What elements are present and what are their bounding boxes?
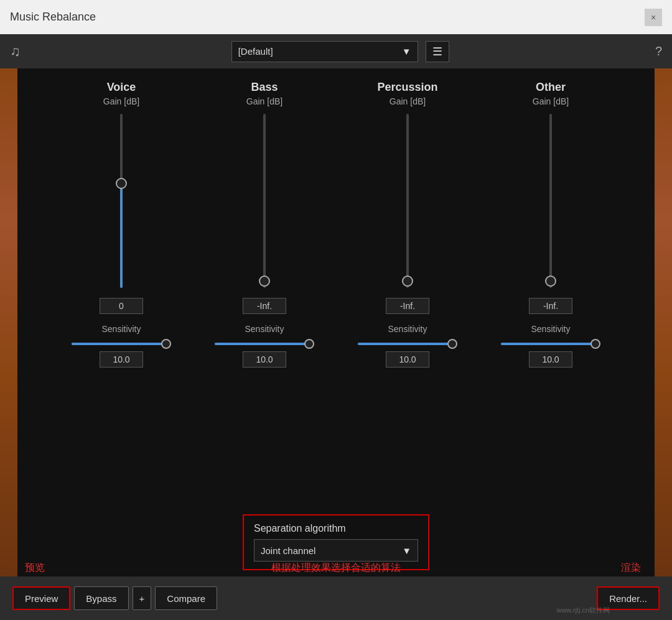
- voice-sensitivity-slider[interactable]: [72, 339, 171, 349]
- logo-icon: ♫: [10, 44, 21, 60]
- other-channel: Other Gain [dB] -Inf. Sensitivity 10.0: [479, 81, 622, 497]
- voice-gain-label: Gain [dB]: [103, 96, 139, 106]
- other-sensitivity-label: Sensitivity: [531, 324, 570, 334]
- title-bar: Music Rebalance ×: [0, 0, 672, 34]
- close-button[interactable]: ×: [645, 9, 662, 26]
- other-channel-name: Other: [536, 81, 566, 94]
- preset-dropdown[interactable]: [Default] ▼: [231, 41, 418, 62]
- voice-sensitivity-label: Sensitivity: [101, 324, 141, 334]
- compare-button[interactable]: Compare: [155, 586, 217, 610]
- bass-sensitivity-value[interactable]: 10.0: [243, 351, 286, 368]
- voice-channel-name: Voice: [107, 81, 136, 94]
- watermark: www.rjtj.cn软件网: [556, 606, 610, 615]
- voice-gain-value[interactable]: 0: [100, 298, 143, 314]
- bypass-button[interactable]: Bypass: [74, 586, 128, 610]
- percussion-gain-slider[interactable]: [406, 114, 409, 288]
- main-content: Voice Gain [dB] 0 Sensitivity 10.0: [17, 68, 655, 576]
- other-gain-slider[interactable]: [549, 114, 552, 288]
- hint-preview: 预览: [17, 562, 45, 575]
- other-sensitivity-slider[interactable]: [501, 339, 600, 349]
- bass-channel: Bass Gain [dB] -Inf. Sensitivity 10.0: [193, 81, 336, 497]
- channels-row: Voice Gain [dB] 0 Sensitivity 10.0: [24, 81, 648, 497]
- menu-button[interactable]: ☰: [426, 41, 449, 62]
- window-title: Music Rebalance: [10, 11, 96, 24]
- bass-sensitivity-label: Sensitivity: [245, 324, 284, 334]
- bass-gain-value[interactable]: -Inf.: [243, 298, 286, 314]
- percussion-gain-value[interactable]: -Inf.: [386, 298, 429, 314]
- chevron-down-icon: ▼: [402, 46, 411, 57]
- dropdown-chevron-icon: ▼: [402, 545, 411, 556]
- voice-gain-slider[interactable]: [120, 114, 123, 288]
- other-gain-label: Gain [dB]: [533, 96, 569, 106]
- percussion-gain-label: Gain [dB]: [390, 96, 426, 106]
- bass-channel-name: Bass: [251, 81, 278, 94]
- bass-gain-slider[interactable]: [263, 114, 266, 288]
- bass-sensitivity-slider[interactable]: [215, 339, 314, 349]
- voice-channel: Voice Gain [dB] 0 Sensitivity 10.0: [50, 81, 193, 497]
- bass-gain-label: Gain [dB]: [246, 96, 282, 106]
- hint-center: 根据处理效果选择合适的算法: [271, 562, 401, 575]
- other-gain-value[interactable]: -Inf.: [529, 298, 572, 314]
- help-button[interactable]: ?: [655, 44, 662, 58]
- toolbar: ♫ [Default] ▼ ☰ ?: [0, 34, 672, 68]
- percussion-sensitivity-value[interactable]: 10.0: [386, 351, 429, 368]
- percussion-sensitivity-slider[interactable]: [358, 339, 457, 349]
- plus-button[interactable]: +: [133, 586, 152, 610]
- left-decoration: [0, 68, 17, 576]
- other-sensitivity-value[interactable]: 10.0: [529, 351, 572, 368]
- separation-algorithm-title: Separation algorithm: [254, 523, 418, 534]
- voice-sensitivity-value[interactable]: 10.0: [100, 351, 143, 368]
- percussion-sensitivity-label: Sensitivity: [388, 324, 427, 334]
- preview-button[interactable]: Preview: [12, 586, 70, 610]
- percussion-channel-name: Percussion: [377, 81, 437, 94]
- hint-render: 渲染: [621, 562, 641, 575]
- separation-algorithm-dropdown[interactable]: Joint channel ▼: [254, 539, 418, 562]
- percussion-channel: Percussion Gain [dB] -Inf. Sensitivity 1…: [336, 81, 479, 497]
- right-decoration: [655, 68, 672, 576]
